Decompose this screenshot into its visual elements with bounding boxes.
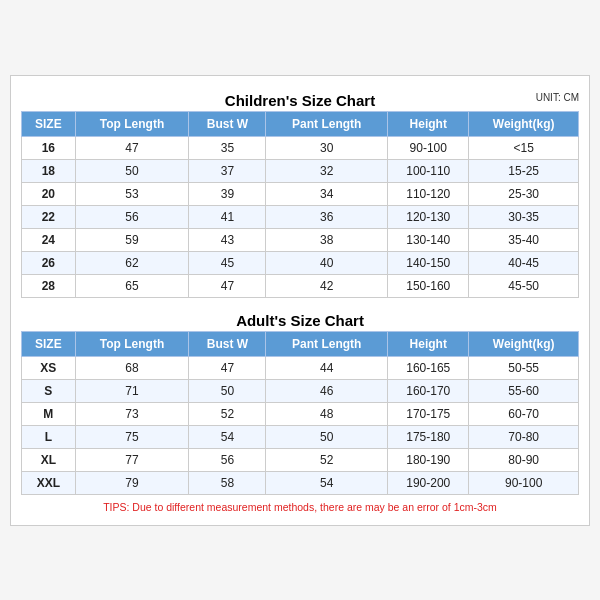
table-row: 26624540140-15040-45 — [22, 251, 579, 274]
size-cell: L — [22, 425, 76, 448]
data-cell: 73 — [75, 402, 189, 425]
col-header-height: Height — [388, 111, 469, 136]
data-cell: 25-30 — [469, 182, 579, 205]
data-cell: 47 — [189, 356, 266, 379]
data-cell: 55-60 — [469, 379, 579, 402]
table-row: 28654742150-16045-50 — [22, 274, 579, 297]
data-cell: 44 — [266, 356, 388, 379]
data-cell: 35 — [189, 136, 266, 159]
adult-col-header-pant-length: Pant Length — [266, 331, 388, 356]
data-cell: 52 — [266, 448, 388, 471]
data-cell: 68 — [75, 356, 189, 379]
table-row: 1647353090-100<15 — [22, 136, 579, 159]
data-cell: 34 — [266, 182, 388, 205]
unit-label: UNIT: CM — [536, 92, 579, 103]
data-cell: 90-100 — [388, 136, 469, 159]
data-cell: 90-100 — [469, 471, 579, 494]
data-cell: 70-80 — [469, 425, 579, 448]
adult-col-header-size: SIZE — [22, 331, 76, 356]
tips-text: TIPS: Due to different measurement metho… — [21, 495, 579, 515]
data-cell: 59 — [75, 228, 189, 251]
data-cell: 71 — [75, 379, 189, 402]
col-header-bust-w: Bust W — [189, 111, 266, 136]
data-cell: 52 — [189, 402, 266, 425]
data-cell: 48 — [266, 402, 388, 425]
col-header-pant-length: Pant Length — [266, 111, 388, 136]
data-cell: 62 — [75, 251, 189, 274]
data-cell: 30-35 — [469, 205, 579, 228]
col-header-top-length: Top Length — [75, 111, 189, 136]
data-cell: 50 — [266, 425, 388, 448]
col-header-size: SIZE — [22, 111, 76, 136]
data-cell: 54 — [189, 425, 266, 448]
data-cell: 37 — [189, 159, 266, 182]
size-cell: S — [22, 379, 76, 402]
table-row: 22564136120-13030-35 — [22, 205, 579, 228]
table-row: 24594338130-14035-40 — [22, 228, 579, 251]
table-row: M735248170-17560-70 — [22, 402, 579, 425]
table-row: XXL795854190-20090-100 — [22, 471, 579, 494]
data-cell: 15-25 — [469, 159, 579, 182]
size-cell: XS — [22, 356, 76, 379]
size-chart-wrapper: Children's Size Chart UNIT: CM SIZE Top … — [10, 75, 590, 526]
table-row: 20533934110-12025-30 — [22, 182, 579, 205]
data-cell: 79 — [75, 471, 189, 494]
data-cell: 45-50 — [469, 274, 579, 297]
data-cell: 53 — [75, 182, 189, 205]
data-cell: 120-130 — [388, 205, 469, 228]
data-cell: 35-40 — [469, 228, 579, 251]
table-row: S715046160-17055-60 — [22, 379, 579, 402]
data-cell: 47 — [189, 274, 266, 297]
data-cell: 56 — [75, 205, 189, 228]
data-cell: 75 — [75, 425, 189, 448]
data-cell: 110-120 — [388, 182, 469, 205]
data-cell: 190-200 — [388, 471, 469, 494]
data-cell: 100-110 — [388, 159, 469, 182]
data-cell: 65 — [75, 274, 189, 297]
data-cell: 58 — [189, 471, 266, 494]
data-cell: 54 — [266, 471, 388, 494]
data-cell: 170-175 — [388, 402, 469, 425]
size-cell: 24 — [22, 228, 76, 251]
adult-col-header-bust-w: Bust W — [189, 331, 266, 356]
data-cell: 160-170 — [388, 379, 469, 402]
data-cell: 56 — [189, 448, 266, 471]
data-cell: 150-160 — [388, 274, 469, 297]
data-cell: 50 — [189, 379, 266, 402]
data-cell: 130-140 — [388, 228, 469, 251]
size-cell: XXL — [22, 471, 76, 494]
adult-title: Adult's Size Chart — [21, 306, 579, 331]
size-cell: 22 — [22, 205, 76, 228]
children-header-row: SIZE Top Length Bust W Pant Length Heigh… — [22, 111, 579, 136]
data-cell: 47 — [75, 136, 189, 159]
data-cell: 40 — [266, 251, 388, 274]
size-cell: 28 — [22, 274, 76, 297]
children-title-text: Children's Size Chart — [225, 92, 375, 109]
data-cell: 160-165 — [388, 356, 469, 379]
table-row: XS684744160-16550-55 — [22, 356, 579, 379]
data-cell: 42 — [266, 274, 388, 297]
data-cell: 45 — [189, 251, 266, 274]
size-cell: 26 — [22, 251, 76, 274]
data-cell: 60-70 — [469, 402, 579, 425]
adult-header-row: SIZE Top Length Bust W Pant Length Heigh… — [22, 331, 579, 356]
table-row: 18503732100-11015-25 — [22, 159, 579, 182]
data-cell: 180-190 — [388, 448, 469, 471]
data-cell: 38 — [266, 228, 388, 251]
data-cell: <15 — [469, 136, 579, 159]
size-cell: 20 — [22, 182, 76, 205]
data-cell: 140-150 — [388, 251, 469, 274]
size-cell: 16 — [22, 136, 76, 159]
data-cell: 36 — [266, 205, 388, 228]
adult-col-header-top-length: Top Length — [75, 331, 189, 356]
data-cell: 50 — [75, 159, 189, 182]
adult-col-header-height: Height — [388, 331, 469, 356]
table-row: XL775652180-19080-90 — [22, 448, 579, 471]
data-cell: 77 — [75, 448, 189, 471]
data-cell: 40-45 — [469, 251, 579, 274]
col-header-weight: Weight(kg) — [469, 111, 579, 136]
data-cell: 80-90 — [469, 448, 579, 471]
children-title: Children's Size Chart UNIT: CM — [21, 86, 579, 111]
data-cell: 50-55 — [469, 356, 579, 379]
adult-col-header-weight: Weight(kg) — [469, 331, 579, 356]
